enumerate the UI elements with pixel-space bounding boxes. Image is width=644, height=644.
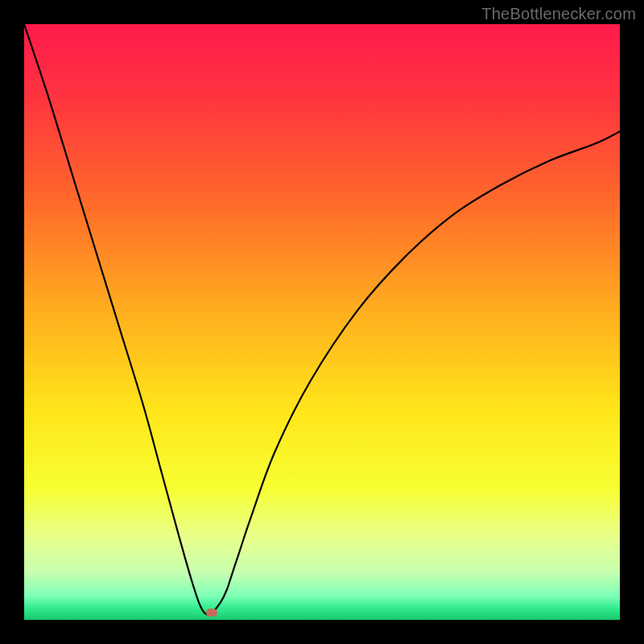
optimal-point-marker: [206, 609, 217, 617]
bottleneck-curve: [24, 24, 620, 620]
watermark-text: TheBottlenecker.com: [481, 5, 636, 23]
plot-area: [24, 24, 620, 620]
chart-frame: TheBottlenecker.com: [0, 0, 644, 644]
